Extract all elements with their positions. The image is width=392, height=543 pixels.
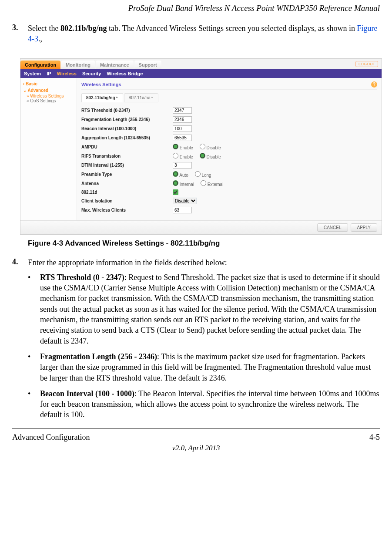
bullet-mark: • <box>28 272 40 346</box>
subtab-ip[interactable]: IP <box>47 71 51 76</box>
nav-advanced[interactable]: ⌄ Advanced <box>23 87 74 94</box>
b1-text: : Request to Send Threshold. The packet … <box>40 273 380 345</box>
subtab-security[interactable]: Security <box>82 71 101 76</box>
dtim-label: DTIM Interval (1-255) <box>81 163 173 168</box>
figure-caption: Figure 4-3 Advanced Wireless Settings - … <box>28 239 380 248</box>
footer-right: 4-5 <box>369 433 380 442</box>
b2-title: Fragmentation Length (256 - 2346) <box>40 352 157 361</box>
nav-advanced-label: Advanced <box>27 88 48 93</box>
ampdu-label: AMPDU <box>81 145 173 149</box>
nav-ws-label: Wireless Settings <box>30 94 64 98</box>
secondary-tabs: System IP Wireless Security Wireless Bri… <box>20 69 382 78</box>
ampdu-disable-radio[interactable] <box>200 144 205 149</box>
agg-label: Aggregation Length (1024-65535) <box>81 135 173 140</box>
max-input[interactable] <box>173 207 192 213</box>
dtim-input[interactable] <box>173 162 192 169</box>
rts-label: RTS Threshold (0-2347) <box>81 108 173 113</box>
ampdu-enable-text: Enable <box>180 145 193 150</box>
step-3-text: Select the 802.11b/bg/ng tab. The Advanc… <box>28 23 380 44</box>
preamble-long-text: Long <box>201 173 211 178</box>
step-num-4: 4. <box>12 257 28 268</box>
main-panel: Wireless Settings ? 802.11b/bg/ng⌃ 802.1… <box>77 78 382 220</box>
beacon-label: Beacon Interval (100-1000) <box>81 126 173 131</box>
rifs-disable-radio[interactable] <box>200 153 205 159</box>
band-tab-bgn[interactable]: 802.11b/bg/ng⌃ <box>81 93 123 102</box>
antenna-internal-text: Internal <box>180 182 194 187</box>
top-rule <box>12 15 380 15</box>
b1-title: RTS Threshold (0 - 2347) <box>40 273 124 282</box>
agg-input[interactable] <box>173 135 192 141</box>
step3-mid: tab. The Advanced Wireless Settings scre… <box>107 24 357 33</box>
bullet-3: Beacon Interval (100 - 1000): The Beacon… <box>40 388 380 420</box>
cancel-button[interactable]: CANCEL <box>317 223 348 232</box>
b3-title: Beacon Interval (100 - 1000) <box>40 389 134 398</box>
panel-title: Wireless Settings <box>81 82 121 87</box>
subtab-system[interactable]: System <box>24 71 41 76</box>
step-num-3: 3. <box>12 23 28 44</box>
left-nav: › Basic ⌄ Advanced » Wireless Settings »… <box>20 78 77 220</box>
bullet-mark: • <box>28 351 40 383</box>
logout-button[interactable]: LOGOUT <box>355 61 378 67</box>
bullet-mark: • <box>28 388 40 420</box>
embedded-screenshot: Configuration Monitoring Maintenance Sup… <box>20 58 382 235</box>
band-tab-ana-label: 802.11a/na <box>129 95 151 100</box>
tab-configuration[interactable]: Configuration <box>20 61 60 69</box>
ampdu-disable-text: Disable <box>206 145 221 150</box>
antenna-external-radio[interactable] <box>201 180 206 186</box>
iso-label: Client Isolation <box>81 199 173 203</box>
primary-tabs: Configuration Monitoring Maintenance Sup… <box>20 59 382 69</box>
preamble-long-radio[interactable] <box>195 171 201 177</box>
tab-maintenance[interactable]: Maintenance <box>96 61 134 69</box>
band-tabs: 802.11b/bg/ng⌃ 802.11a/na⌃ <box>81 93 377 102</box>
tab-support[interactable]: Support <box>134 61 161 69</box>
nav-basic[interactable]: › Basic <box>23 81 74 87</box>
nav-qos-settings[interactable]: » QoS Settings <box>23 98 74 103</box>
rifs-enable-radio[interactable] <box>173 153 178 159</box>
rifs-label: RIFS Transmission <box>81 154 173 159</box>
rifs-enable-text: Enable <box>180 155 193 159</box>
bullet-1: RTS Threshold (0 - 2347): Request to Sen… <box>40 272 380 346</box>
frag-label: Fragmentation Length (256-2346) <box>81 117 173 122</box>
ampdu-enable-radio[interactable] <box>173 144 178 149</box>
wifi-icon: ⌃ <box>115 96 118 100</box>
bullet-2: Fragmentation Length (256 - 2346): This … <box>40 351 380 383</box>
d11-label: 802.11d <box>81 190 173 195</box>
antenna-external-text: External <box>208 182 224 187</box>
step-4-text: Enter the appropriate information in the… <box>28 257 380 268</box>
subtab-wireless-bridge[interactable]: Wireless Bridge <box>107 71 143 76</box>
page-header: ProSafe Dual Band Wireless N Access Poin… <box>12 0 380 15</box>
band-tab-ana[interactable]: 802.11a/na⌃ <box>124 93 158 102</box>
nav-basic-label: Basic <box>26 81 37 86</box>
step3-pre: Select the <box>28 24 60 33</box>
antenna-internal-radio[interactable] <box>173 180 178 186</box>
preamble-auto-radio[interactable] <box>173 171 178 177</box>
help-icon[interactable]: ? <box>371 81 377 88</box>
footer-left: Advanced Configuration <box>12 433 90 442</box>
tab-monitoring[interactable]: Monitoring <box>61 61 95 69</box>
antenna-label: Antenna <box>81 181 173 186</box>
preamble-label: Preamble Type <box>81 172 173 177</box>
beacon-input[interactable] <box>173 125 192 132</box>
band-tab-bgn-label: 802.11b/bg/ng <box>86 95 115 100</box>
panel-title-row: Wireless Settings ? <box>81 80 377 90</box>
nav-qos-label: QoS Settings <box>30 98 56 103</box>
d11-checkbox[interactable] <box>173 189 178 195</box>
apply-button[interactable]: APPLY <box>351 223 378 232</box>
wifi-icon: ⌃ <box>151 96 154 100</box>
footer-version: v2.0, April 2013 <box>12 442 380 459</box>
frag-input[interactable] <box>173 116 192 123</box>
iso-select[interactable]: Disable <box>173 198 197 204</box>
bottom-rule <box>12 428 380 428</box>
rifs-disable-text: Disable <box>206 155 221 159</box>
preamble-auto-text: Auto <box>179 173 188 178</box>
step3-bold: 802.11b/bg/ng <box>60 24 107 33</box>
max-label: Max. Wireless Clients <box>81 208 173 212</box>
step3-post: ., <box>38 34 42 43</box>
subtab-wireless[interactable]: Wireless <box>57 71 77 76</box>
nav-wireless-settings[interactable]: » Wireless Settings <box>23 94 74 98</box>
footer-buttons: CANCEL APPLY <box>20 220 382 234</box>
rts-input[interactable] <box>173 107 192 114</box>
